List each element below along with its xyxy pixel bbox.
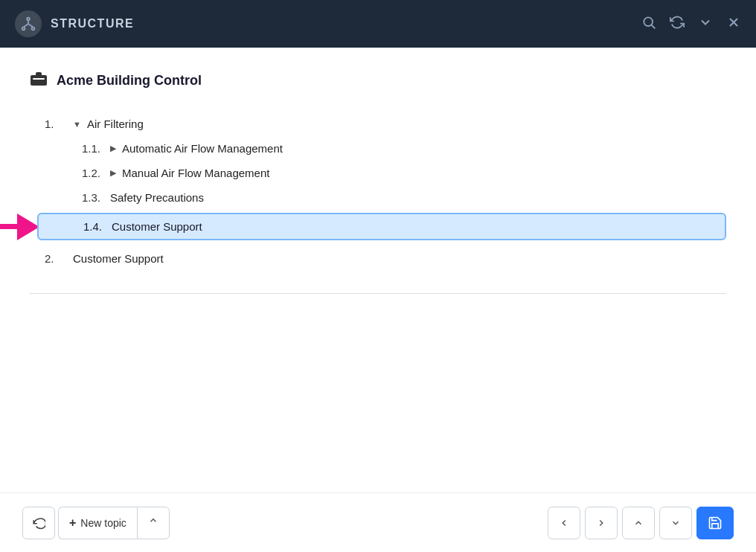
svg-point-0 <box>27 18 30 21</box>
tree-item-1-4-wrapper: 1.4. Customer Support <box>37 213 726 240</box>
svg-line-4 <box>24 24 28 28</box>
item-label-1-4: Customer Support <box>112 220 202 233</box>
footer-toolbar: + New topic <box>0 492 756 552</box>
selection-arrow <box>0 214 39 240</box>
tree-item-1-3[interactable]: 1.3. Safety Precautions <box>37 185 726 210</box>
item-number-1: 1. <box>45 118 73 130</box>
item-number-2: 2. <box>45 252 73 265</box>
nav-down-button[interactable] <box>659 507 692 539</box>
new-topic-group: + New topic <box>58 507 170 539</box>
new-topic-button[interactable]: + New topic <box>58 507 137 539</box>
new-topic-chevron-button[interactable] <box>137 507 170 539</box>
item-number-1-2: 1.2. <box>82 167 110 179</box>
nav-left-button[interactable] <box>548 507 580 539</box>
header-left: STRUCTURE <box>15 10 134 37</box>
plus-icon: + <box>69 516 76 530</box>
close-icon[interactable] <box>726 15 741 33</box>
tree-container: 1. ▼ Air Filtering 1.1. ▶ Automatic Air … <box>30 112 726 271</box>
item-number-1-1: 1.1. <box>82 142 110 155</box>
tree-item-2[interactable]: 2. Customer Support <box>37 246 726 271</box>
svg-point-1 <box>22 28 25 31</box>
structure-logo <box>15 10 42 37</box>
svg-point-2 <box>32 28 35 31</box>
footer-right-actions <box>548 507 734 539</box>
refresh-icon[interactable] <box>670 15 685 33</box>
item-arrow-1: ▼ <box>73 120 81 129</box>
project-header: Acme Building Control <box>30 70 726 91</box>
item-label-1: Air Filtering <box>87 118 144 130</box>
main-content: Acme Building Control 1. ▼ Air Filtering… <box>0 48 756 552</box>
tree-item-1-4[interactable]: 1.4. Customer Support <box>37 213 726 240</box>
item-number-1-3: 1.3. <box>82 191 110 204</box>
svg-rect-10 <box>31 75 47 86</box>
svg-rect-11 <box>33 78 45 80</box>
footer-left-actions: + New topic <box>22 507 170 539</box>
chevron-down-icon[interactable] <box>698 15 713 33</box>
nav-up-button[interactable] <box>622 507 655 539</box>
arrow-tail <box>0 224 17 229</box>
arrow-head <box>17 214 39 240</box>
new-topic-label: New topic <box>80 517 126 529</box>
search-icon[interactable] <box>641 15 656 33</box>
tree-item-1-2[interactable]: 1.2. ▶ Manual Air Flow Management <box>37 161 726 185</box>
item-number-1-4: 1.4. <box>83 220 112 233</box>
item-arrow-1-2: ▶ <box>110 168 116 178</box>
header: STRUCTURE <box>0 0 756 48</box>
header-actions <box>641 15 741 33</box>
header-title: STRUCTURE <box>51 17 134 31</box>
nav-right-button[interactable] <box>585 507 618 539</box>
save-button[interactable] <box>696 507 734 539</box>
tree-item-1[interactable]: 1. ▼ Air Filtering <box>37 112 726 136</box>
tree-item-1-1[interactable]: 1.1. ▶ Automatic Air Flow Management <box>37 136 726 161</box>
item-arrow-1-1: ▶ <box>110 144 116 153</box>
item-label-1-3: Safety Precautions <box>110 191 204 204</box>
svg-line-7 <box>652 25 656 28</box>
item-label-1-1: Automatic Air Flow Management <box>122 142 283 155</box>
undo-button[interactable] <box>22 507 55 539</box>
item-label-1-2: Manual Air Flow Management <box>122 167 269 179</box>
svg-point-6 <box>644 17 653 26</box>
project-icon <box>30 70 48 91</box>
item-label-2: Customer Support <box>73 252 164 265</box>
footer-divider <box>30 293 726 294</box>
project-name: Acme Building Control <box>57 73 202 89</box>
svg-line-5 <box>28 24 33 28</box>
